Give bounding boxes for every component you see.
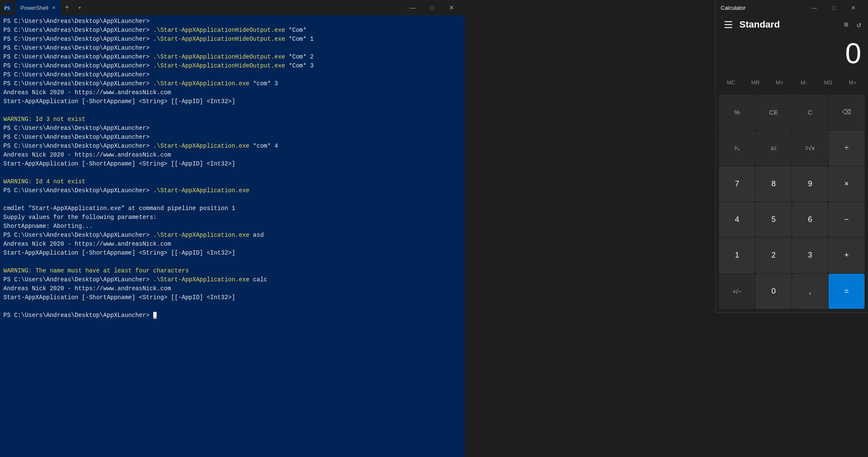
- history-icon[interactable]: ↺: [857, 20, 861, 29]
- ps-line: ShortAppname: Aborting...: [3, 222, 461, 231]
- calc-minimize-button[interactable]: —: [804, 0, 824, 15]
- menu-line: [725, 24, 732, 25]
- percent-button[interactable]: %: [719, 95, 755, 130]
- minimize-button[interactable]: —: [403, 0, 422, 15]
- memory-minus-button[interactable]: M-: [792, 74, 816, 91]
- calculator-display: 0: [716, 34, 868, 73]
- sqrt-button[interactable]: 2√x: [792, 130, 828, 165]
- calculator-mode-title: Standard: [739, 19, 841, 30]
- ps-line: PS C:\Users\Andreas\Desktop\AppXLauncher…: [3, 62, 461, 70]
- memory-store-button[interactable]: MS: [816, 74, 840, 91]
- four-button[interactable]: 4: [719, 202, 755, 237]
- ps-line: Supply values for the following paramete…: [3, 213, 461, 222]
- eight-button[interactable]: 8: [756, 166, 792, 202]
- calculator-header: Standard ⊞ ↺: [716, 15, 868, 34]
- memory-clear-button[interactable]: MC: [719, 74, 743, 91]
- ps-line: Start-AppXApplication [-ShortAppname] <S…: [3, 293, 461, 302]
- ps-cursor-line: PS C:\Users\Andreas\Desktop\AppXLauncher…: [3, 311, 461, 320]
- negate-button[interactable]: +/−: [719, 274, 755, 309]
- powershell-titlebar: PS PowerShell ✕ + ▾ — □ ✕: [0, 0, 465, 15]
- titlebar-tabs: PowerShell ✕ + ▾: [15, 0, 399, 15]
- ps-warning-line: WARNING: Id 4 not exist: [3, 177, 461, 186]
- tab-label: PowerShell: [20, 5, 48, 11]
- divide-button[interactable]: ÷: [829, 130, 865, 165]
- ps-line: PS C:\Users\Andreas\Desktop\AppXLauncher…: [3, 17, 461, 26]
- ps-warning-line: WARNING: The name must have at least fou…: [3, 266, 461, 275]
- ps-line: PS C:\Users\Andreas\Desktop\AppXLauncher…: [3, 26, 461, 35]
- ps-line: [3, 258, 461, 266]
- ps-line: cmdlet "Start-AppXApplication.exe" at co…: [3, 204, 461, 213]
- ps-line: PS C:\Users\Andreas\Desktop\AppXLauncher…: [3, 79, 461, 88]
- zero-button[interactable]: 0: [756, 274, 792, 309]
- close-button[interactable]: ✕: [442, 0, 461, 15]
- ps-line: Start-AppXApplication [-ShortAppname] <S…: [3, 249, 461, 258]
- ps-line: [3, 106, 461, 115]
- two-button[interactable]: 2: [756, 238, 792, 273]
- ps-line: Andreas Nick 2020 - https://www.andreasN…: [3, 240, 461, 249]
- calculator-title: Calculator: [721, 5, 804, 11]
- ps-line: PS C:\Users\Andreas\Desktop\AppXLauncher…: [3, 44, 461, 53]
- ps-line: [3, 195, 461, 204]
- ps-line: PS C:\Users\Andreas\Desktop\AppXLauncher…: [3, 142, 461, 151]
- fullscreen-icon[interactable]: ⊞: [844, 20, 848, 29]
- ps-line: Andreas Nick 2020 - https://www.andreasN…: [3, 151, 461, 160]
- seven-button[interactable]: 7: [719, 166, 755, 202]
- reciprocal-button[interactable]: ¹∕ₓ: [719, 130, 755, 165]
- one-button[interactable]: 1: [719, 238, 755, 273]
- decimal-button[interactable]: ,: [792, 274, 828, 309]
- powershell-window: PS PowerShell ✕ + ▾ — □ ✕ PS C:\Users\An…: [0, 0, 465, 457]
- memory-view-button[interactable]: M∨: [840, 74, 865, 91]
- multiply-button[interactable]: ×: [829, 166, 865, 202]
- ps-line: PS C:\Users\Andreas\Desktop\AppXLauncher…: [3, 275, 461, 284]
- powershell-tab[interactable]: PowerShell ✕: [15, 0, 61, 15]
- ps-line: Andreas Nick 2020 - https://www.andreasN…: [3, 284, 461, 293]
- tab-dropdown-button[interactable]: ▾: [73, 1, 86, 14]
- svg-text:PS: PS: [4, 5, 10, 11]
- subtract-button[interactable]: −: [829, 202, 865, 237]
- display-value: 0: [722, 37, 861, 69]
- calculator-window: Calculator — □ ✕ Standard ⊞ ↺ 0 MC MR M+…: [715, 0, 868, 313]
- hamburger-menu-button[interactable]: [721, 17, 736, 32]
- ps-line: Andreas Nick 2020 - https://www.andreasN…: [3, 88, 461, 97]
- ps-line: PS C:\Users\Andreas\Desktop\AppXLauncher…: [3, 70, 461, 79]
- ps-line: Start-AppXApplication [-ShortAppname] <S…: [3, 97, 461, 106]
- memory-recall-button[interactable]: MR: [743, 74, 767, 91]
- clear-button[interactable]: C: [792, 95, 828, 130]
- calc-maximize-button[interactable]: □: [824, 0, 843, 15]
- terminal-output[interactable]: PS C:\Users\Andreas\Desktop\AppXLauncher…: [0, 15, 465, 457]
- add-button[interactable]: +: [829, 238, 865, 273]
- powershell-icon: PS: [3, 3, 12, 12]
- calculator-buttons: % CE C ⌫ ¹∕ₓ x2 2√x ÷ 7 8 9 × 4 5 6 − 1 …: [716, 93, 868, 312]
- menu-line: [725, 21, 732, 22]
- calculator-titlebar: Calculator — □ ✕: [716, 0, 868, 15]
- ps-line: PS C:\Users\Andreas\Desktop\AppXLauncher…: [3, 231, 461, 240]
- ps-line: [3, 302, 461, 311]
- five-button[interactable]: 5: [756, 202, 792, 237]
- memory-plus-button[interactable]: M+: [767, 74, 792, 91]
- menu-line: [725, 27, 732, 28]
- new-tab-button[interactable]: +: [61, 1, 73, 14]
- memory-row: MC MR M+ M- MS M∨: [716, 73, 868, 93]
- calc-close-button[interactable]: ✕: [843, 0, 863, 15]
- ps-line: [3, 168, 461, 177]
- six-button[interactable]: 6: [792, 202, 828, 237]
- equals-button[interactable]: =: [829, 274, 865, 309]
- ps-line: PS C:\Users\Andreas\Desktop\AppXLauncher…: [3, 133, 461, 142]
- three-button[interactable]: 3: [792, 238, 828, 273]
- backspace-button[interactable]: ⌫: [829, 95, 865, 130]
- nine-button[interactable]: 9: [792, 166, 828, 202]
- ps-line: PS C:\Users\Andreas\Desktop\AppXLauncher…: [3, 35, 461, 44]
- ps-line: PS C:\Users\Andreas\Desktop\AppXLauncher…: [3, 53, 461, 62]
- ps-warning-line: WARNING: Id 3 not exist: [3, 115, 461, 124]
- tab-close-button[interactable]: ✕: [52, 5, 56, 11]
- maximize-button[interactable]: □: [422, 0, 442, 15]
- clear-entry-button[interactable]: CE: [756, 95, 792, 130]
- ps-line: PS C:\Users\Andreas\Desktop\AppXLauncher…: [3, 186, 461, 195]
- window-controls: — □ ✕: [403, 0, 461, 15]
- square-button[interactable]: x2: [756, 130, 792, 165]
- ps-line: PS C:\Users\Andreas\Desktop\AppXLauncher…: [3, 124, 461, 133]
- ps-line: Start-AppXApplication [-ShortAppname] <S…: [3, 160, 461, 168]
